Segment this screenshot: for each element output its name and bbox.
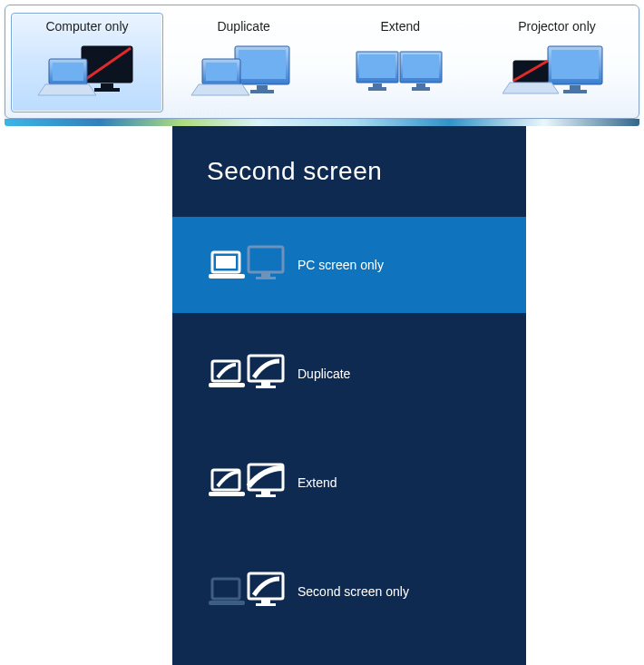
svg-rect-39 (256, 386, 276, 388)
svg-rect-32 (249, 247, 283, 272)
win7-display-switcher: Computer only (5, 5, 639, 119)
duplicate-icon (209, 352, 288, 396)
svg-rect-1 (101, 83, 113, 88)
svg-rect-8 (239, 50, 286, 79)
win8-option-label: Second screen only (288, 584, 409, 599)
win8-option-label: PC screen only (288, 258, 384, 272)
svg-rect-46 (209, 601, 245, 605)
svg-rect-48 (261, 600, 270, 603)
svg-rect-9 (257, 85, 268, 90)
svg-rect-20 (416, 83, 425, 87)
svg-rect-43 (261, 491, 270, 494)
svg-rect-30 (216, 256, 236, 269)
win8-second-screen-panel: Second screen PC screen only (172, 126, 526, 665)
svg-rect-10 (250, 90, 274, 93)
win7-accent-strip (5, 119, 639, 126)
svg-rect-19 (368, 87, 386, 91)
win7-option-label: Projector only (482, 19, 632, 34)
computer-only-icon (12, 39, 162, 104)
svg-rect-44 (256, 494, 276, 497)
win8-option-second-screen-only[interactable]: Second screen only (172, 543, 526, 640)
svg-rect-34 (256, 277, 276, 279)
svg-rect-38 (261, 382, 270, 386)
svg-rect-33 (261, 273, 270, 277)
svg-rect-41 (209, 492, 245, 496)
svg-rect-15 (359, 54, 395, 78)
svg-marker-27 (503, 83, 559, 93)
svg-rect-24 (570, 85, 581, 90)
extend-icon (325, 39, 475, 104)
second-screen-only-icon (209, 570, 288, 613)
svg-rect-18 (373, 83, 382, 87)
svg-marker-13 (191, 84, 249, 95)
svg-rect-36 (209, 383, 245, 387)
svg-rect-2 (94, 88, 120, 92)
win7-option-computer-only[interactable]: Computer only (11, 13, 163, 112)
win7-option-label: Extend (325, 19, 475, 34)
svg-rect-12 (206, 63, 237, 81)
svg-rect-5 (53, 63, 83, 81)
svg-rect-49 (256, 603, 276, 606)
svg-rect-45 (212, 579, 239, 599)
svg-marker-6 (38, 84, 96, 95)
win8-option-extend[interactable]: Extend (172, 435, 526, 531)
svg-rect-25 (563, 90, 587, 93)
projector-only-icon (482, 39, 632, 104)
win7-option-projector-only[interactable]: Projector only (481, 13, 633, 112)
pc-screen-only-icon (209, 243, 288, 287)
win8-option-label: Duplicate (288, 367, 350, 381)
win8-option-duplicate[interactable]: Duplicate (172, 326, 526, 422)
win7-option-duplicate[interactable]: Duplicate (168, 13, 320, 112)
win7-option-label: Computer only (12, 19, 162, 34)
svg-rect-23 (551, 50, 599, 79)
svg-rect-17 (403, 54, 439, 78)
extend-icon (209, 461, 288, 504)
panel-title: Second screen (172, 157, 526, 217)
win8-option-pc-screen-only[interactable]: PC screen only (172, 217, 526, 313)
win7-option-extend[interactable]: Extend (324, 13, 476, 112)
duplicate-icon (169, 39, 319, 104)
svg-rect-21 (412, 87, 430, 91)
win7-option-label: Duplicate (169, 19, 319, 34)
win8-option-label: Extend (288, 475, 337, 490)
svg-rect-31 (209, 274, 245, 279)
